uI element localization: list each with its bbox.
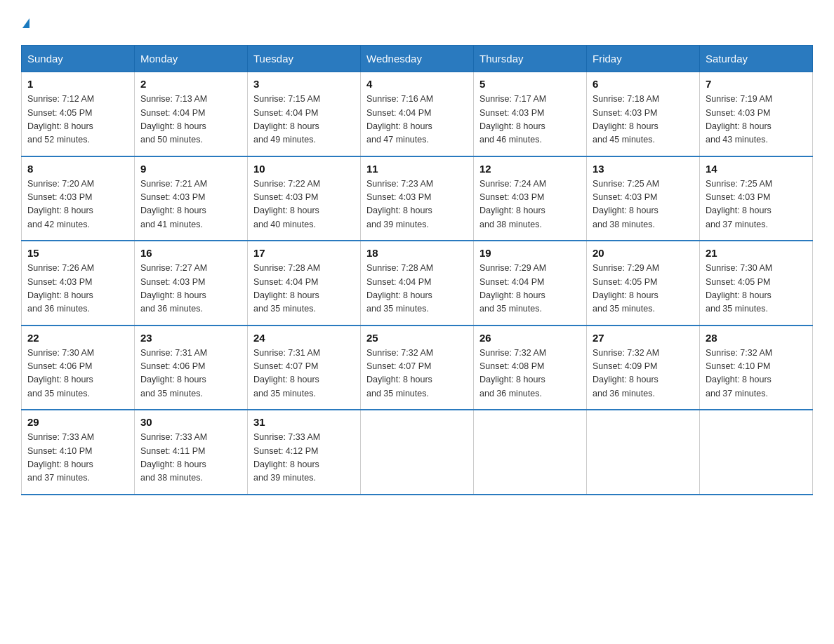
calendar-cell: 4Sunrise: 7:16 AMSunset: 4:04 PMDaylight… bbox=[361, 72, 474, 156]
day-info: Sunrise: 7:12 AMSunset: 4:05 PMDaylight:… bbox=[27, 93, 128, 147]
calendar-cell: 29Sunrise: 7:33 AMSunset: 4:10 PMDayligh… bbox=[22, 410, 135, 495]
day-info: Sunrise: 7:33 AMSunset: 4:10 PMDaylight:… bbox=[27, 431, 128, 485]
day-info: Sunrise: 7:26 AMSunset: 4:03 PMDaylight:… bbox=[27, 262, 128, 316]
page-header bbox=[21, 14, 813, 31]
calendar-cell: 31Sunrise: 7:33 AMSunset: 4:12 PMDayligh… bbox=[248, 410, 361, 495]
week-row-3: 15Sunrise: 7:26 AMSunset: 4:03 PMDayligh… bbox=[22, 241, 813, 326]
day-info: Sunrise: 7:29 AMSunset: 4:05 PMDaylight:… bbox=[593, 262, 694, 316]
day-info: Sunrise: 7:33 AMSunset: 4:12 PMDaylight:… bbox=[253, 431, 355, 485]
day-info: Sunrise: 7:19 AMSunset: 4:03 PMDaylight:… bbox=[706, 93, 807, 147]
day-info: Sunrise: 7:28 AMSunset: 4:04 PMDaylight:… bbox=[366, 262, 468, 316]
calendar-cell: 19Sunrise: 7:29 AMSunset: 4:04 PMDayligh… bbox=[474, 241, 587, 326]
day-info: Sunrise: 7:22 AMSunset: 4:03 PMDaylight:… bbox=[253, 177, 355, 232]
day-info: Sunrise: 7:32 AMSunset: 4:08 PMDaylight:… bbox=[479, 347, 581, 401]
calendar-cell: 2Sunrise: 7:13 AMSunset: 4:04 PMDaylight… bbox=[135, 72, 248, 156]
weekday-header-tuesday: Tuesday bbox=[248, 46, 361, 72]
week-row-5: 29Sunrise: 7:33 AMSunset: 4:10 PMDayligh… bbox=[22, 410, 813, 495]
calendar-cell: 5Sunrise: 7:17 AMSunset: 4:03 PMDaylight… bbox=[474, 72, 587, 156]
calendar-cell: 11Sunrise: 7:23 AMSunset: 4:03 PMDayligh… bbox=[361, 156, 474, 241]
calendar-cell: 15Sunrise: 7:26 AMSunset: 4:03 PMDayligh… bbox=[22, 241, 135, 326]
day-info: Sunrise: 7:25 AMSunset: 4:03 PMDaylight:… bbox=[706, 177, 807, 232]
calendar-cell: 25Sunrise: 7:32 AMSunset: 4:07 PMDayligh… bbox=[361, 326, 474, 410]
weekday-header-row: SundayMondayTuesdayWednesdayThursdayFrid… bbox=[22, 46, 813, 72]
day-number: 6 bbox=[593, 78, 694, 90]
day-info: Sunrise: 7:32 AMSunset: 4:10 PMDaylight:… bbox=[706, 347, 807, 401]
calendar-cell bbox=[474, 410, 587, 495]
weekday-header-sunday: Sunday bbox=[22, 46, 135, 72]
day-number: 24 bbox=[253, 332, 355, 344]
weekday-header-saturday: Saturday bbox=[700, 46, 813, 72]
calendar-cell: 18Sunrise: 7:28 AMSunset: 4:04 PMDayligh… bbox=[361, 241, 474, 326]
day-info: Sunrise: 7:32 AMSunset: 4:09 PMDaylight:… bbox=[593, 347, 694, 401]
day-number: 10 bbox=[253, 163, 355, 175]
calendar-cell bbox=[361, 410, 474, 495]
day-number: 27 bbox=[593, 332, 694, 344]
day-info: Sunrise: 7:29 AMSunset: 4:04 PMDaylight:… bbox=[479, 262, 581, 316]
day-number: 21 bbox=[706, 247, 807, 259]
day-number: 1 bbox=[27, 78, 128, 90]
day-info: Sunrise: 7:16 AMSunset: 4:04 PMDaylight:… bbox=[366, 93, 468, 147]
day-info: Sunrise: 7:31 AMSunset: 4:06 PMDaylight:… bbox=[140, 347, 241, 401]
day-number: 26 bbox=[479, 332, 581, 344]
day-number: 4 bbox=[366, 78, 468, 90]
calendar-cell bbox=[700, 410, 813, 495]
day-info: Sunrise: 7:23 AMSunset: 4:03 PMDaylight:… bbox=[366, 177, 468, 232]
day-number: 22 bbox=[27, 332, 128, 344]
day-info: Sunrise: 7:30 AMSunset: 4:06 PMDaylight:… bbox=[27, 347, 128, 401]
weekday-header-thursday: Thursday bbox=[474, 46, 587, 72]
day-number: 29 bbox=[27, 416, 128, 428]
day-info: Sunrise: 7:25 AMSunset: 4:03 PMDaylight:… bbox=[593, 177, 694, 232]
day-info: Sunrise: 7:33 AMSunset: 4:11 PMDaylight:… bbox=[140, 431, 241, 485]
day-info: Sunrise: 7:28 AMSunset: 4:04 PMDaylight:… bbox=[253, 262, 355, 316]
day-number: 14 bbox=[706, 163, 807, 175]
calendar-cell: 22Sunrise: 7:30 AMSunset: 4:06 PMDayligh… bbox=[22, 326, 135, 410]
calendar-cell bbox=[587, 410, 700, 495]
day-info: Sunrise: 7:17 AMSunset: 4:03 PMDaylight:… bbox=[479, 93, 581, 147]
day-number: 15 bbox=[27, 247, 128, 259]
day-number: 11 bbox=[366, 163, 468, 175]
weekday-header-wednesday: Wednesday bbox=[361, 46, 474, 72]
day-info: Sunrise: 7:30 AMSunset: 4:05 PMDaylight:… bbox=[706, 262, 807, 316]
calendar-cell: 13Sunrise: 7:25 AMSunset: 4:03 PMDayligh… bbox=[587, 156, 700, 241]
day-number: 9 bbox=[140, 163, 241, 175]
calendar-cell: 26Sunrise: 7:32 AMSunset: 4:08 PMDayligh… bbox=[474, 326, 587, 410]
calendar-cell: 16Sunrise: 7:27 AMSunset: 4:03 PMDayligh… bbox=[135, 241, 248, 326]
day-number: 23 bbox=[140, 332, 241, 344]
day-info: Sunrise: 7:32 AMSunset: 4:07 PMDaylight:… bbox=[366, 347, 468, 401]
day-info: Sunrise: 7:18 AMSunset: 4:03 PMDaylight:… bbox=[593, 93, 694, 147]
calendar-cell: 27Sunrise: 7:32 AMSunset: 4:09 PMDayligh… bbox=[587, 326, 700, 410]
day-number: 13 bbox=[593, 163, 694, 175]
calendar-table: SundayMondayTuesdayWednesdayThursdayFrid… bbox=[21, 45, 813, 495]
day-info: Sunrise: 7:31 AMSunset: 4:07 PMDaylight:… bbox=[253, 347, 355, 401]
day-number: 18 bbox=[366, 247, 468, 259]
calendar-cell: 30Sunrise: 7:33 AMSunset: 4:11 PMDayligh… bbox=[135, 410, 248, 495]
day-info: Sunrise: 7:13 AMSunset: 4:04 PMDaylight:… bbox=[140, 93, 241, 147]
day-number: 20 bbox=[593, 247, 694, 259]
calendar-cell: 8Sunrise: 7:20 AMSunset: 4:03 PMDaylight… bbox=[22, 156, 135, 241]
calendar-cell: 20Sunrise: 7:29 AMSunset: 4:05 PMDayligh… bbox=[587, 241, 700, 326]
calendar-cell: 21Sunrise: 7:30 AMSunset: 4:05 PMDayligh… bbox=[700, 241, 813, 326]
calendar-cell: 14Sunrise: 7:25 AMSunset: 4:03 PMDayligh… bbox=[700, 156, 813, 241]
day-number: 12 bbox=[479, 163, 581, 175]
day-number: 8 bbox=[27, 163, 128, 175]
calendar-cell: 1Sunrise: 7:12 AMSunset: 4:05 PMDaylight… bbox=[22, 72, 135, 156]
day-number: 5 bbox=[479, 78, 581, 90]
logo bbox=[21, 14, 29, 31]
calendar-cell: 7Sunrise: 7:19 AMSunset: 4:03 PMDaylight… bbox=[700, 72, 813, 156]
day-info: Sunrise: 7:27 AMSunset: 4:03 PMDaylight:… bbox=[140, 262, 241, 316]
day-number: 28 bbox=[706, 332, 807, 344]
day-number: 2 bbox=[140, 78, 241, 90]
calendar-cell: 17Sunrise: 7:28 AMSunset: 4:04 PMDayligh… bbox=[248, 241, 361, 326]
day-info: Sunrise: 7:24 AMSunset: 4:03 PMDaylight:… bbox=[479, 177, 581, 232]
calendar-cell: 10Sunrise: 7:22 AMSunset: 4:03 PMDayligh… bbox=[248, 156, 361, 241]
day-number: 17 bbox=[253, 247, 355, 259]
calendar-cell: 24Sunrise: 7:31 AMSunset: 4:07 PMDayligh… bbox=[248, 326, 361, 410]
calendar-cell: 3Sunrise: 7:15 AMSunset: 4:04 PMDaylight… bbox=[248, 72, 361, 156]
calendar-cell: 23Sunrise: 7:31 AMSunset: 4:06 PMDayligh… bbox=[135, 326, 248, 410]
week-row-1: 1Sunrise: 7:12 AMSunset: 4:05 PMDaylight… bbox=[22, 72, 813, 156]
day-number: 25 bbox=[366, 332, 468, 344]
day-number: 31 bbox=[253, 416, 355, 428]
weekday-header-friday: Friday bbox=[587, 46, 700, 72]
day-info: Sunrise: 7:20 AMSunset: 4:03 PMDaylight:… bbox=[27, 177, 128, 232]
day-number: 30 bbox=[140, 416, 241, 428]
